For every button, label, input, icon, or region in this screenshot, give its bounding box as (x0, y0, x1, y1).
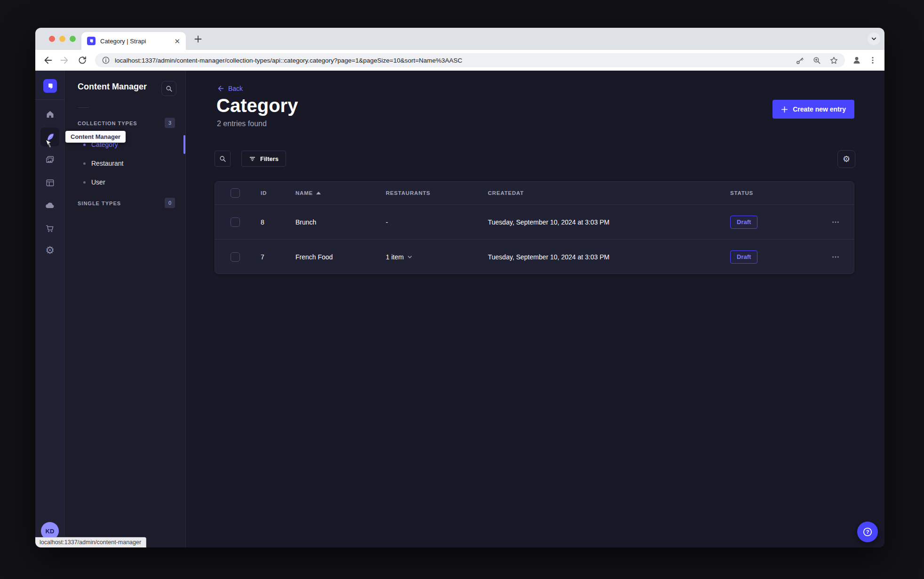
bookmark-star-icon[interactable] (829, 56, 838, 65)
reload-button[interactable] (78, 56, 87, 65)
maximize-window-button[interactable] (70, 36, 76, 42)
column-header-createdat[interactable]: CREATEDAT (488, 190, 730, 196)
row-actions-button[interactable] (817, 218, 854, 226)
url-bar[interactable]: localhost:1337/admin/content-manager/col… (95, 53, 845, 67)
page-title: Category (216, 95, 298, 116)
browser-toolbar: localhost:1337/admin/content-manager/col… (35, 50, 884, 71)
cloud-icon (45, 200, 55, 210)
main-sidebar: ⚙ KD (35, 71, 65, 547)
sort-ascending-icon (316, 192, 321, 194)
cell-restaurants-label: 1 item (386, 253, 404, 261)
tab-title: Category | Strapi (100, 38, 170, 45)
status-badge: Draft (730, 250, 757, 264)
create-new-entry-label: Create new entry (793, 105, 846, 113)
bullet-icon (83, 162, 86, 165)
filter-icon (249, 155, 256, 162)
forward-button[interactable] (60, 56, 70, 65)
single-types-label: SINGLE TYPES (78, 201, 121, 206)
table-row[interactable]: 7 French Food 1 item Tuesday, September … (215, 239, 854, 274)
collection-types-label: COLLECTION TYPES (78, 121, 137, 126)
more-options-icon (831, 218, 840, 226)
table-header-row: ID NAME RESTAURANTS CREATEDAT STATUS (215, 182, 854, 204)
new-tab-button[interactable] (193, 34, 203, 44)
active-item-indicator (183, 135, 185, 154)
cell-name: French Food (295, 253, 386, 261)
view-settings-button[interactable]: ⚙ (837, 150, 855, 168)
cell-restaurants-dropdown[interactable]: 1 item (386, 253, 488, 261)
strapi-logo[interactable] (43, 79, 57, 93)
subnav-item-label: Restaurant (91, 160, 123, 167)
select-all-checkbox[interactable] (231, 188, 240, 198)
entries-count: 2 entries found (217, 120, 267, 128)
cell-createdat: Tuesday, September 10, 2024 at 3:03 PM (488, 218, 730, 226)
minimize-window-button[interactable] (59, 36, 65, 42)
password-key-icon[interactable] (796, 56, 805, 65)
sidebar-item-cloud[interactable] (40, 196, 59, 215)
browser-tab[interactable]: Category | Strapi ✕ (81, 32, 186, 50)
table-row[interactable]: 8 Brunch - Tuesday, September 10, 2024 a… (215, 204, 854, 239)
subnav-item-restaurant[interactable]: Restaurant (65, 154, 186, 173)
shopping-cart-icon (45, 224, 55, 233)
collection-types-count-badge: 3 (165, 118, 175, 128)
filters-label: Filters (260, 155, 279, 162)
help-button[interactable]: ? (857, 522, 878, 542)
column-header-status[interactable]: STATUS (730, 190, 817, 196)
subnav-divider (78, 107, 89, 108)
subnav-item-user[interactable]: User (65, 173, 186, 192)
row-checkbox[interactable] (231, 217, 240, 227)
more-options-icon (831, 253, 840, 261)
home-icon (45, 109, 55, 119)
svg-text:?: ? (866, 529, 869, 535)
content-manager-subnav: Content Manager COLLECTION TYPES 3 Categ… (65, 71, 186, 547)
zoom-icon[interactable] (812, 56, 821, 65)
cell-id: 7 (261, 253, 295, 261)
strapi-favicon (87, 37, 96, 45)
chevron-down-icon (871, 36, 877, 42)
sidebar-item-content-type-builder[interactable] (40, 173, 59, 192)
single-types-count-badge: 0 (165, 198, 175, 208)
list-search-button[interactable] (215, 151, 231, 167)
gear-icon: ⚙ (843, 154, 850, 164)
site-info-icon[interactable] (102, 56, 110, 64)
link-status-tooltip: localhost:1337/admin/content-manager (35, 537, 146, 547)
bullet-icon (83, 181, 86, 184)
bullet-icon (83, 144, 86, 146)
content-type-builder-icon (45, 178, 55, 188)
browser-window: Category | Strapi ✕ localhost:1337/admin… (35, 28, 884, 547)
back-label: Back (228, 85, 243, 92)
main-content: Back Category 2 entries found Create new… (186, 71, 884, 547)
create-new-entry-button[interactable]: Create new entry (773, 100, 854, 119)
column-header-name[interactable]: NAME (295, 190, 386, 196)
sidebar-item-media-library[interactable] (40, 150, 59, 169)
tab-close-icon[interactable]: ✕ (174, 38, 180, 45)
cell-name: Brunch (295, 218, 386, 226)
subnav-title: Content Manager (78, 82, 147, 92)
row-checkbox[interactable] (231, 252, 240, 262)
sidebar-divider (35, 99, 65, 100)
chevron-down-icon (407, 254, 413, 260)
back-button[interactable] (43, 56, 52, 65)
arrow-left-icon (217, 85, 224, 92)
back-link[interactable]: Back (217, 85, 243, 92)
browser-menu-icon[interactable] (868, 56, 877, 64)
content-manager-tooltip: Content Manager (65, 131, 126, 143)
sidebar-item-home[interactable] (40, 105, 59, 123)
media-library-icon (45, 155, 55, 165)
close-window-button[interactable] (49, 36, 55, 42)
entries-table: ID NAME RESTAURANTS CREATEDAT STATUS 8 B… (215, 181, 854, 274)
row-actions-button[interactable] (817, 253, 854, 261)
column-header-name-label: NAME (295, 190, 313, 196)
column-header-id[interactable]: ID (261, 190, 295, 196)
column-header-restaurants[interactable]: RESTAURANTS (386, 190, 488, 196)
filters-button[interactable]: Filters (241, 151, 286, 167)
tab-search-chevron-button[interactable] (868, 32, 880, 45)
cell-restaurants: - (386, 218, 488, 226)
cell-createdat: Tuesday, September 10, 2024 at 3:03 PM (488, 253, 730, 261)
profile-avatar-icon[interactable] (852, 55, 862, 65)
strapi-app: ⚙ KD Content Manager COLLECTION TYPES 3 … (35, 71, 884, 547)
url-text: localhost:1337/admin/content-manager/col… (115, 57, 790, 64)
sidebar-item-settings[interactable]: ⚙ (40, 241, 59, 260)
question-mark-icon: ? (862, 527, 873, 537)
subnav-search-button[interactable] (161, 81, 176, 96)
sidebar-item-marketplace[interactable] (40, 219, 59, 238)
